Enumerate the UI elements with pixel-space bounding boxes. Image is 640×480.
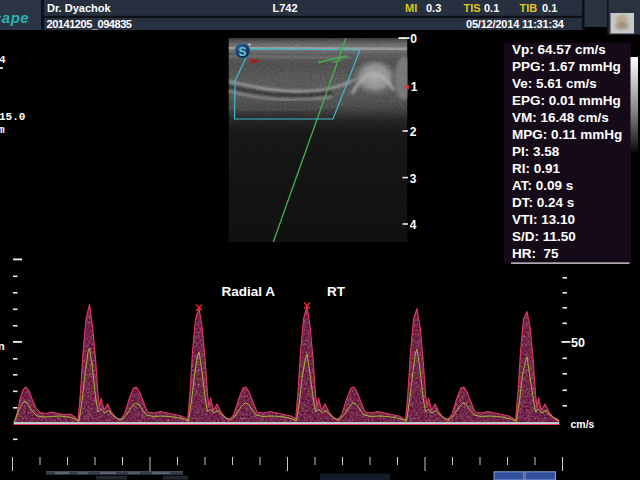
svg-text:RT: RT xyxy=(327,284,346,299)
svg-text:m: m xyxy=(0,124,5,136)
svg-text:L742: L742 xyxy=(272,2,297,14)
svg-text:RI: 0.91: RI: 0.91 xyxy=(512,161,561,176)
svg-text:1: 1 xyxy=(411,80,418,94)
svg-text:3: 3 xyxy=(410,172,417,186)
svg-text:AT: 0.09 s: AT: 0.09 s xyxy=(512,178,573,193)
svg-text:20141205_094835: 20141205_094835 xyxy=(47,18,132,30)
svg-text:VTI: 13.10: VTI: 13.10 xyxy=(512,212,575,227)
svg-text:Radial A: Radial A xyxy=(222,284,276,299)
svg-text:MPG: 0.11 mmHg: MPG: 0.11 mmHg xyxy=(512,127,622,142)
svg-text:PPG: 1.67 mmHg: PPG: 1.67 mmHg xyxy=(512,59,621,74)
svg-text:Vp: 64.57 cm/s: Vp: 64.57 cm/s xyxy=(512,42,606,57)
svg-text:0.3: 0.3 xyxy=(426,2,441,14)
svg-text:EPG: 0.01 mmHg: EPG: 0.01 mmHg xyxy=(512,93,621,108)
svg-text:VM: 16.48 cm/s: VM: 16.48 cm/s xyxy=(512,110,609,125)
svg-text:15.0: 15.0 xyxy=(0,111,25,123)
svg-text:2: 2 xyxy=(410,125,417,139)
svg-text:TIS: TIS xyxy=(464,2,481,14)
svg-text:4: 4 xyxy=(410,218,417,232)
svg-text:PI: 3.58: PI: 3.58 xyxy=(512,144,560,159)
svg-text:MI: MI xyxy=(405,2,417,14)
svg-text:50: 50 xyxy=(571,336,585,350)
svg-text:n: n xyxy=(0,341,5,353)
svg-text:0.1: 0.1 xyxy=(484,2,499,14)
svg-text:TIB: TIB xyxy=(520,2,538,14)
svg-text:S: S xyxy=(238,45,246,59)
svg-text:05/12/2014 11:31:34: 05/12/2014 11:31:34 xyxy=(466,18,565,30)
svg-text:cape: cape xyxy=(0,9,29,26)
svg-text:DT: 0.24 s: DT: 0.24 s xyxy=(512,195,574,210)
svg-text:0: 0 xyxy=(410,32,417,46)
svg-text:Ve: 5.61 cm/s: Ve: 5.61 cm/s xyxy=(512,76,597,91)
svg-text:0.1: 0.1 xyxy=(542,2,557,14)
svg-text:cm/s: cm/s xyxy=(571,418,595,430)
svg-text:S/D: 11.50: S/D: 11.50 xyxy=(512,229,576,244)
svg-text:Dr. Dyachok: Dr. Dyachok xyxy=(47,2,111,14)
svg-text:4: 4 xyxy=(0,54,6,66)
svg-text:HR: 75: HR: 75 xyxy=(512,246,559,261)
